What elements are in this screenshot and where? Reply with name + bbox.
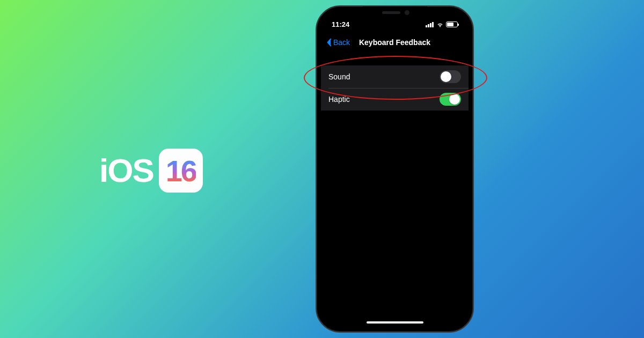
setting-label: Haptic — [328, 95, 350, 104]
setting-label: Sound — [328, 72, 350, 81]
navigation-bar: Back Keyboard Feedback — [321, 32, 469, 53]
status-time: 11:24 — [332, 20, 349, 28]
settings-group: Sound Haptic — [321, 65, 469, 111]
chevron-left-icon — [326, 38, 332, 47]
setting-row-haptic: Haptic — [321, 88, 469, 111]
setting-row-sound: Sound — [321, 65, 469, 88]
ios-logo: iOS 16 — [99, 149, 203, 193]
phone-notch — [363, 6, 427, 20]
ios-wordmark: iOS — [99, 154, 153, 187]
back-button[interactable]: Back — [326, 38, 350, 47]
status-indicators — [426, 21, 458, 27]
iphone-frame: 11:24 Back Keyboard Feedback — [316, 5, 474, 333]
sound-toggle[interactable] — [440, 70, 461, 83]
home-indicator[interactable] — [367, 321, 423, 324]
page-title: Keyboard Feedback — [359, 38, 430, 47]
wifi-icon — [436, 21, 444, 27]
battery-icon — [446, 21, 458, 27]
back-label: Back — [333, 38, 350, 47]
haptic-toggle[interactable] — [440, 93, 461, 106]
phone-screen: 11:24 Back Keyboard Feedback — [321, 11, 469, 327]
cellular-signal-icon — [426, 21, 434, 27]
ios-version-badge: 16 — [159, 149, 203, 193]
